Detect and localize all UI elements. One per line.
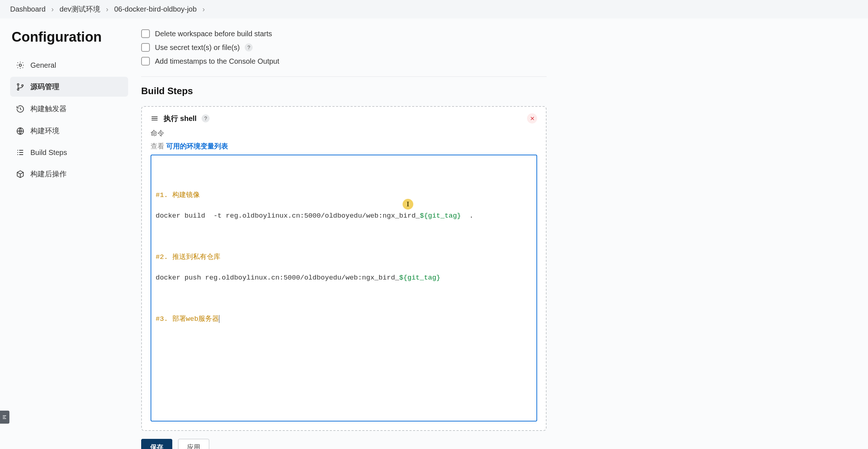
code-var: ${git_tag} [399,274,441,282]
breadcrumb: Dashboard › dev测试环境 › 06-docker-bird-old… [0,0,868,18]
code-cmd: docker push reg.oldboylinux.cn:5000/oldb… [156,274,399,282]
code-comment: #2. 推送到私有仓库 [156,253,220,261]
globe-icon [16,127,25,135]
env-var-hint: 查看 可用的环境变量列表 [151,142,537,151]
hint-prefix: 查看 [151,142,166,150]
help-icon[interactable]: ? [202,114,210,122]
checkbox-use-secret[interactable] [141,43,150,52]
code-var: ${git_tag} [420,212,461,220]
sidebar-item-build-env[interactable]: 构建环境 [10,121,128,141]
option-add-timestamps: Add timestamps to the Console Output [141,57,547,66]
option-delete-workspace: Delete workspace before build starts [141,29,547,38]
sidebar-item-label: General [30,61,56,70]
text-caret [219,315,219,323]
git-branch-icon [16,83,25,91]
page-title: Configuration [10,29,128,45]
sidebar: Configuration General 源码管理 构建触发器 构建环境 [0,18,134,197]
breadcrumb-item-dashboard[interactable]: Dashboard [10,5,46,13]
sidebar-item-post-build[interactable]: 构建后操作 [10,164,128,184]
action-buttons: 保存 应用 [141,439,547,449]
option-use-secret: Use secret text(s) or file(s) ? [141,43,547,52]
sidebar-item-scm[interactable]: 源码管理 [10,77,128,97]
option-label: Delete workspace before build starts [155,30,272,38]
breadcrumb-item-env[interactable]: dev测试环境 [60,4,100,14]
code-comment: #1. 构建镜像 [156,191,200,199]
gear-icon [16,61,25,70]
divider [141,76,547,77]
cursor-highlight-icon: I [403,199,413,210]
breadcrumb-item-job[interactable]: 06-docker-bird-oldboy-job [114,5,197,13]
cube-icon [16,170,25,179]
drag-handle-icon[interactable] [151,114,159,122]
main-content: Delete workspace before build starts Use… [134,18,568,449]
sidebar-item-label: 构建环境 [30,126,59,136]
sidebar-collapse-toggle[interactable] [0,411,9,424]
sidebar-item-label: 源码管理 [30,82,59,92]
sidebar-item-general[interactable]: General [10,56,128,75]
build-step-title: 执行 shell [164,114,197,123]
sidebar-item-label: 构建触发器 [30,104,67,114]
sidebar-item-triggers[interactable]: 构建触发器 [10,99,128,119]
help-icon[interactable]: ? [245,43,253,51]
code-comment: #3. 部署web服务器 [156,315,219,323]
svg-point-1 [17,83,19,85]
checkbox-delete-workspace[interactable] [141,29,150,38]
save-button[interactable]: 保存 [141,439,172,449]
remove-step-button[interactable]: ✕ [527,113,537,123]
build-step-shell: 执行 shell ? ✕ 命令 查看 可用的环境变量列表 #1. 构建镜像 do… [141,106,547,431]
command-label: 命令 [151,129,537,138]
chevron-right-icon: › [202,5,205,13]
apply-button[interactable]: 应用 [178,439,209,449]
history-icon [16,105,25,113]
build-steps-heading: Build Steps [141,85,547,97]
checkbox-add-timestamps[interactable] [141,57,150,66]
svg-point-0 [19,64,21,66]
chevron-right-icon: › [51,5,54,13]
code-cmd: docker build -t reg.oldboylinux.cn:5000/… [156,212,420,220]
code-tail: . [461,212,473,220]
list-steps-icon [16,148,25,157]
env-vars-link[interactable]: 可用的环境变量列表 [166,142,228,150]
sidebar-item-label: 构建后操作 [30,169,67,179]
svg-point-3 [22,84,23,86]
sidebar-item-label: Build Steps [30,148,67,157]
svg-point-2 [17,88,19,90]
option-label: Add timestamps to the Console Output [155,57,279,66]
sidebar-item-build-steps[interactable]: Build Steps [10,143,128,162]
option-label: Use secret text(s) or file(s) [155,43,240,52]
chevron-right-icon: › [106,5,109,13]
shell-command-input[interactable]: #1. 构建镜像 docker build -t reg.oldboylinux… [151,155,537,421]
